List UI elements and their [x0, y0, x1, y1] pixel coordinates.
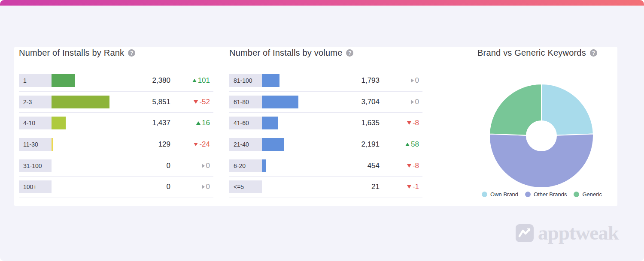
legend-dot-icon — [482, 192, 487, 197]
row-value: 454 — [368, 162, 380, 170]
value-bar — [52, 96, 109, 108]
change-value: -8 — [413, 162, 419, 170]
panel-volume-title: Number of Installs by volume ? — [229, 48, 353, 58]
change-value: -1 — [413, 183, 419, 191]
change-value: 0 — [206, 183, 210, 191]
row-label-chip: 2-3 — [19, 96, 52, 108]
change-indicator: 0 — [202, 183, 210, 191]
row-label-chip: 11-30 — [19, 138, 52, 151]
change-indicator: -52 — [194, 98, 210, 106]
change-indicator: -8 — [407, 162, 419, 170]
value-bar — [262, 138, 284, 151]
value-bar — [262, 159, 266, 172]
change-value: -8 — [413, 119, 419, 127]
table-row: 61-80 3,704 0 — [229, 92, 422, 113]
table-row: <=5 21 -1 — [229, 177, 422, 198]
watermark-brand-text: apptweak — [538, 223, 619, 243]
table-row: 11-30 129 -24 — [19, 134, 213, 156]
legend-dot-icon — [525, 192, 531, 197]
value-bar — [262, 74, 279, 87]
change-value: 101 — [198, 76, 210, 85]
change-value: -24 — [199, 140, 210, 149]
help-icon[interactable]: ? — [128, 49, 135, 57]
row-label-chip: 41-60 — [229, 117, 262, 129]
value-bar — [52, 117, 66, 129]
row-label-chip: 1 — [19, 74, 52, 87]
change-indicator: 101 — [192, 76, 210, 85]
row-label-chip: 31-100 — [19, 159, 52, 172]
trend-arrow-icon — [411, 78, 414, 83]
change-value: 0 — [415, 98, 419, 106]
table-row: 1 2,380 101 — [19, 70, 213, 92]
trend-arrow-icon — [194, 143, 198, 146]
change-value: 16 — [202, 119, 210, 127]
table-row: 21-40 2,191 58 — [229, 134, 422, 156]
change-indicator: -8 — [407, 119, 419, 127]
donut-segment-generic[interactable] — [489, 84, 541, 135]
trend-arrow-icon — [196, 121, 200, 125]
table-row: 100+ 0 0 — [19, 177, 213, 198]
donut-legend: Own Brand Other Brands Generic — [477, 191, 606, 198]
change-indicator: 0 — [202, 162, 210, 170]
legend-item[interactable]: Generic — [574, 191, 602, 198]
change-value: 58 — [411, 140, 419, 149]
row-value: 21 — [371, 183, 380, 191]
trend-arrow-icon — [405, 143, 410, 146]
row-value: 1,437 — [152, 119, 170, 127]
donut-chart — [488, 82, 595, 189]
table-row: 81-100 1,793 0 — [229, 70, 422, 92]
trend-arrow-icon — [407, 121, 411, 125]
change-indicator: -24 — [194, 140, 210, 149]
change-indicator: 0 — [411, 98, 419, 106]
change-value: -52 — [199, 98, 210, 106]
change-indicator: 16 — [196, 119, 210, 127]
trend-arrow-icon — [411, 100, 414, 104]
table-row: 6-20 454 -8 — [229, 155, 422, 177]
value-bar — [262, 96, 298, 108]
page-title: Number of Installs by Rank — [19, 48, 124, 58]
row-value: 129 — [158, 140, 170, 149]
table-row: 31-100 0 0 — [19, 155, 213, 177]
donut-segment-other-brands[interactable] — [489, 134, 593, 188]
legend-label: Other Brands — [534, 191, 567, 198]
table-row: 2-3 5,851 -52 — [19, 92, 213, 113]
change-value: 0 — [415, 76, 419, 85]
row-label-chip: 100+ — [19, 180, 52, 193]
row-value: 1,793 — [361, 76, 380, 85]
legend-label: Generic — [582, 191, 602, 198]
panel-rank-title: Number of Installs by Rank ? — [19, 48, 135, 58]
trend-arrow-icon — [202, 164, 205, 168]
page-title: Brand vs Generic Keywords — [477, 48, 586, 58]
legend-item[interactable]: Own Brand — [482, 191, 518, 198]
change-indicator: -1 — [407, 183, 419, 191]
help-icon[interactable]: ? — [590, 49, 597, 57]
table-row: 41-60 1,635 -8 — [229, 113, 422, 134]
change-value: 0 — [206, 162, 210, 170]
help-icon[interactable]: ? — [346, 49, 353, 57]
row-label-chip: 4-10 — [19, 117, 52, 129]
trend-arrow-icon — [192, 79, 197, 82]
row-value: 3,704 — [361, 98, 380, 106]
legend-dot-icon — [574, 192, 579, 197]
dashboard: Number of Installs by Rank ? 1 2,380 101… — [0, 0, 644, 261]
watermark: apptweak — [515, 223, 619, 243]
apptweak-logo-icon — [515, 224, 534, 243]
legend-label: Own Brand — [490, 191, 518, 198]
value-bar — [52, 74, 75, 87]
row-label-chip: <=5 — [229, 180, 262, 193]
change-indicator: 58 — [405, 140, 419, 149]
row-value: 0 — [167, 183, 170, 191]
volume-table: 81-100 1,793 0 61-80 3,704 0 41-60 1,635… — [229, 70, 422, 198]
row-label-chip: 81-100 — [229, 74, 262, 87]
trend-arrow-icon — [407, 164, 411, 168]
table-row: 4-10 1,437 16 — [19, 113, 213, 134]
trend-arrow-icon — [202, 185, 205, 189]
donut-segment-own-brand[interactable] — [541, 84, 593, 135]
row-value: 0 — [167, 162, 170, 170]
trend-arrow-icon — [407, 185, 411, 189]
panel-donut-title: Brand vs Generic Keywords ? — [477, 48, 597, 58]
row-label-chip: 6-20 — [229, 159, 262, 172]
legend-item[interactable]: Other Brands — [525, 191, 567, 198]
row-value: 1,635 — [361, 119, 380, 127]
row-label-chip: 21-40 — [229, 138, 262, 151]
